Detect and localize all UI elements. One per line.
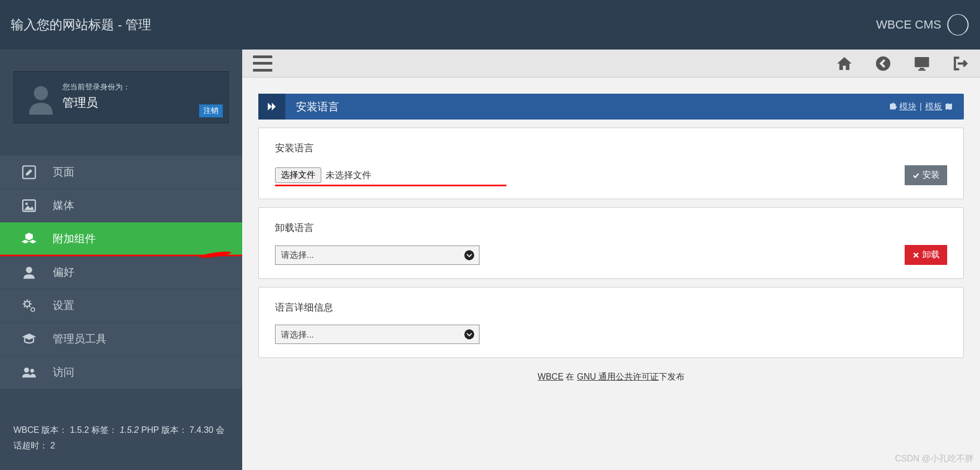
graduation-cap-icon (22, 332, 37, 347)
check-icon (912, 172, 920, 179)
nav-label: 访问 (53, 365, 74, 380)
svg-point-4 (25, 202, 28, 205)
nav-label: 偏好 (53, 265, 74, 279)
nav-label: 媒体 (53, 198, 74, 213)
install-panel-title: 安装语言 (275, 142, 947, 155)
nav-item-admin-tools[interactable]: 管理员工具 (0, 322, 242, 356)
nav-item-media[interactable]: 媒体 (0, 189, 242, 222)
wbce-version-label: WBCE 版本： (13, 425, 67, 434)
content-toolbar (242, 50, 980, 78)
session-timeout: 2 (50, 441, 55, 450)
details-panel: 语言详细信息 请选择... (258, 287, 964, 358)
file-input-wrap: 选择文件 未选择文件 (275, 167, 371, 183)
avatar-icon (25, 82, 57, 115)
svg-rect-13 (918, 69, 925, 71)
sidebar: 您当前登录身份为： 管理员 注销 页面 媒体 附加组件 偏好 (0, 50, 242, 470)
brand: WBCE CMS (876, 13, 969, 36)
watermark: CSDN @小孔吃不胖 (895, 453, 974, 465)
back-circle-icon[interactable] (875, 55, 892, 72)
logout-button[interactable]: 注销 (199, 104, 223, 117)
install-button[interactable]: 安装 (905, 165, 947, 185)
svg-rect-12 (920, 68, 924, 69)
details-panel-title: 语言详细信息 (275, 301, 947, 314)
users-icon (22, 365, 37, 380)
uninstall-select[interactable]: 请选择... (275, 245, 480, 265)
sidebar-footer: WBCE 版本： 1.5.2 标签： 1.5.2 PHP 版本： 7.4.30 … (0, 412, 242, 470)
tag-value: 1.5.2 (119, 425, 139, 434)
nav-label: 管理员工具 (53, 332, 107, 346)
license-mid: 在 (563, 372, 577, 381)
page-header: 安装语言 模块 | 模板 (258, 94, 964, 120)
brand-logo-icon (947, 13, 969, 36)
app-title: 输入您的网站标题 - 管理 (11, 16, 151, 33)
logout-icon[interactable] (952, 55, 969, 72)
cubes-icon (22, 232, 37, 247)
php-version-label: PHP 版本： (141, 425, 187, 434)
home-icon[interactable] (836, 55, 853, 72)
annotation-underline (0, 255, 242, 256)
separator: | (920, 102, 922, 111)
svg-point-7 (31, 307, 35, 311)
nav-item-preferences[interactable]: 偏好 (0, 256, 242, 289)
desktop-icon[interactable] (913, 55, 930, 72)
details-select[interactable]: 请选择... (275, 325, 480, 344)
nav-item-addons[interactable]: 附加组件 (0, 222, 242, 256)
annotation-underline (275, 185, 506, 186)
install-panel: 安装语言 选择文件 未选择文件 安装 (258, 128, 964, 199)
page-title: 安装语言 (296, 100, 339, 114)
nav-item-settings[interactable]: 设置 (0, 289, 242, 322)
content: 安装语言 模块 | 模板 安装语言 选择文件 未选择文件 (242, 50, 980, 470)
uninstall-panel: 卸载语言 请选择... 卸载 (258, 207, 964, 279)
file-status: 未选择文件 (326, 169, 371, 181)
page-header-links: 模块 | 模板 (889, 101, 964, 113)
tag-label: 标签： (91, 425, 117, 434)
image-icon (22, 198, 37, 213)
svg-rect-11 (915, 57, 929, 67)
close-icon (912, 251, 920, 259)
puzzle-icon (889, 102, 897, 111)
svg-point-5 (26, 266, 32, 273)
forward-icon[interactable] (258, 94, 285, 120)
user-icon (22, 265, 37, 280)
svg-point-6 (25, 301, 30, 306)
app-header: 输入您的网站标题 - 管理 WBCE CMS (0, 0, 980, 50)
map-icon (944, 102, 953, 111)
brand-text: WBCE CMS (876, 18, 941, 32)
nav-label: 设置 (53, 298, 74, 313)
nav-label: 附加组件 (53, 232, 96, 246)
logged-in-as-label: 您当前登录身份为： (62, 82, 217, 92)
gnu-link[interactable]: GNU 通用公共许可证 (577, 372, 659, 381)
php-version: 7.4.30 (189, 425, 213, 434)
nav-item-access[interactable]: 访问 (0, 356, 242, 389)
pencil-square-icon (22, 165, 37, 180)
svg-point-8 (24, 367, 29, 372)
svg-point-1 (34, 86, 48, 100)
main-nav: 页面 媒体 附加组件 偏好 设置 管理员工具 (0, 156, 242, 389)
choose-file-button[interactable]: 选择文件 (275, 167, 321, 183)
hamburger-icon[interactable] (253, 55, 272, 72)
svg-point-10 (876, 56, 891, 71)
uninstall-button[interactable]: 卸载 (905, 245, 947, 265)
gears-icon (22, 298, 37, 313)
user-role: 管理员 (62, 95, 217, 111)
wbce-version: 1.5.2 (70, 425, 89, 434)
nav-label: 页面 (53, 165, 74, 179)
uninstall-panel-title: 卸载语言 (275, 221, 947, 234)
user-box: 您当前登录身份为： 管理员 注销 (13, 71, 229, 123)
wbce-link[interactable]: WBCE (538, 372, 563, 381)
license-note: WBCE 在 GNU 通用公共许可证下发布 (258, 371, 964, 383)
nav-item-pages[interactable]: 页面 (0, 156, 242, 189)
svg-point-9 (30, 369, 34, 373)
templates-link[interactable]: 模板 (925, 101, 953, 113)
modules-link[interactable]: 模块 (889, 101, 916, 113)
license-suffix: 下发布 (659, 372, 685, 381)
